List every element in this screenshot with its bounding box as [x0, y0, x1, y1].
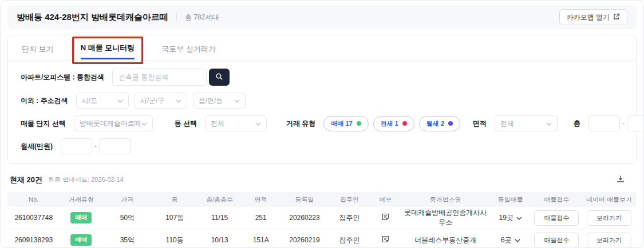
- filter-row-address-search: 이외 : 주소검색 시/도 시/군/구 읍/면/동: [21, 93, 623, 109]
- download-icon: [616, 177, 625, 185]
- floor-max-input[interactable]: [627, 115, 644, 131]
- red-dot-icon: [402, 121, 407, 126]
- sigungu-select-value: 시/군/구: [140, 96, 165, 106]
- naver-view-button[interactable]: 보러가기: [587, 233, 631, 248]
- naver-view-button[interactable]: 보러가기: [587, 210, 631, 226]
- col-header-no: No.: [7, 196, 60, 203]
- range-dash: -: [94, 142, 97, 150]
- trade-type-pill-jeonse[interactable]: 전세 1: [373, 116, 414, 131]
- tab-molit-prices[interactable]: 국토부 실거래가: [160, 35, 217, 60]
- last-updated-label: 최종 업데이트: 2026-02-14: [48, 175, 123, 184]
- cell-reg-date: 20260219: [279, 236, 329, 244]
- pill-label: 월세 2: [426, 119, 444, 128]
- col-header-reg-date: 등록일: [279, 195, 329, 204]
- trade-type-badge: 매매: [70, 234, 92, 246]
- annotation-red-box: N 매물 모니터링: [72, 37, 144, 64]
- header-divider: [176, 13, 177, 21]
- search-button[interactable]: [209, 69, 230, 86]
- cell-no: 2610037748: [7, 214, 60, 222]
- col-header-receipt: 매물접수: [532, 195, 582, 204]
- complex-select-label: 매물 단지 선택: [21, 119, 66, 129]
- cell-floor: 10/13: [197, 236, 242, 244]
- memo-button[interactable]: [380, 234, 391, 246]
- integrated-search-label: 아파트/오피스텔 : 통합검색: [21, 73, 104, 82]
- cell-dong: 110동: [152, 235, 197, 245]
- trade-type-badge: 매매: [70, 212, 92, 223]
- chevron-down-icon: [546, 119, 552, 127]
- memo-icon: [381, 214, 390, 223]
- cell-price: 50억: [102, 213, 152, 223]
- cell-reg-date: 20260223: [279, 214, 329, 222]
- results-header: 현재 20건 최종 업데이트: 2026-02-14: [7, 173, 637, 186]
- col-header-trade-type: 거래유형: [60, 195, 102, 204]
- cell-floor: 11/15: [197, 214, 242, 222]
- area-select-label: 면적: [473, 119, 487, 129]
- same-listing-toggle[interactable]: 19곳: [489, 213, 532, 223]
- memo-icon: [381, 237, 390, 245]
- cell-agency: 더블레스부동산중개: [402, 235, 489, 245]
- table-header-row: No. 거래유형 가격 동 층/총층수 면적 등록일 집주인 메모 중개업소명 …: [7, 192, 637, 207]
- area-select[interactable]: 전체: [495, 115, 558, 131]
- cell-owner: 집주인: [330, 213, 370, 223]
- cell-owner: 집주인: [330, 235, 370, 245]
- cell-price: 35억: [102, 235, 152, 245]
- page-header: 방배동 424-28번지 방배롯데캐슬아르떼 총 782세대 카카오맵 열기: [7, 5, 637, 29]
- chevron-down-icon: [117, 97, 123, 105]
- range-dash: -: [622, 119, 625, 127]
- same-listing-count: 6곳: [501, 235, 512, 245]
- page-title: 방배동 424-28번지 방배롯데캐슬아르떼: [17, 12, 168, 23]
- sido-select[interactable]: 시/도: [76, 93, 129, 109]
- col-header-same-listing: 동일매물: [489, 195, 532, 204]
- purple-dot-icon: [448, 121, 453, 126]
- trade-type-pill-maemae[interactable]: 매매 17: [323, 116, 368, 131]
- dong-select-label: 동 선택: [175, 119, 197, 129]
- monitoring-card: 단지 보기 N 매물 모니터링 국토부 실거래가 아파트/오피스텔 : 통합검색: [7, 35, 637, 164]
- filter-panel: 아파트/오피스텔 : 통합검색 이외 : 주소검색 시/도: [8, 61, 636, 163]
- pill-label: 전세 1: [381, 119, 398, 128]
- tab-complex-view[interactable]: 단지 보기: [21, 35, 55, 60]
- app-window: 방배동 424-28번지 방배롯데캐슬아르떼 총 782세대 카카오맵 열기 단…: [0, 0, 644, 248]
- sigungu-select[interactable]: 시/군/구: [135, 93, 187, 109]
- integrated-search-input[interactable]: [112, 69, 207, 86]
- tab-bar: 단지 보기 N 매물 모니터링 국토부 실거래가: [8, 35, 636, 61]
- total-units-label: 총 782세대: [185, 13, 219, 22]
- table-row: 2610037748 매매 50억 107동 11/15 251 2026022…: [7, 207, 637, 229]
- search-icon: [215, 73, 223, 82]
- listings-table: No. 거래유형 가격 동 층/총층수 면적 등록일 집주인 메모 중개업소명 …: [7, 192, 637, 248]
- complex-select-value: 방배롯데캐슬아르떼: [80, 119, 141, 129]
- receipt-button[interactable]: 매물접수: [534, 233, 579, 248]
- eupmyeondong-select[interactable]: 읍/면/동: [193, 93, 246, 109]
- chevron-down-icon: [234, 97, 240, 105]
- sido-select-value: 시/도: [82, 96, 97, 106]
- col-header-price: 가격: [102, 195, 152, 204]
- active-tab-underline: [81, 58, 135, 59]
- dong-select[interactable]: 전체: [205, 115, 267, 131]
- same-listing-toggle[interactable]: 6곳: [489, 235, 532, 245]
- monthly-rent-max-input[interactable]: [99, 138, 131, 154]
- col-header-naver: 네이버 매물보기: [582, 195, 637, 204]
- chevron-down-icon: [255, 119, 261, 127]
- complex-select[interactable]: 방배롯데캐슬아르떼: [74, 115, 153, 131]
- kakao-button-label: 카카오맵 열기: [567, 13, 610, 22]
- trade-type-pill-wolse[interactable]: 월세 2: [419, 116, 460, 131]
- download-button[interactable]: [615, 173, 626, 186]
- chevron-down-icon: [176, 97, 181, 105]
- filter-row-monthly-rent: 월세(만원) -: [21, 138, 623, 154]
- chevron-down-icon: [515, 236, 520, 244]
- monthly-rent-min-input[interactable]: [61, 138, 92, 154]
- floor-range-label: 층: [574, 119, 580, 129]
- floor-min-input[interactable]: [588, 115, 620, 131]
- col-header-agency: 중개업소명: [402, 195, 489, 204]
- tab-listing-monitor[interactable]: N 매물 모니터링: [81, 43, 135, 53]
- col-header-owner: 집주인: [330, 195, 370, 204]
- area-select-value: 전체: [500, 119, 514, 129]
- receipt-button[interactable]: 매물접수: [534, 210, 579, 226]
- open-kakaomap-button[interactable]: 카카오맵 열기: [559, 9, 627, 25]
- memo-button[interactable]: [380, 211, 391, 224]
- address-search-label: 이외 : 주소검색: [21, 96, 68, 106]
- cell-dong: 107동: [152, 213, 197, 223]
- filter-row-integrated-search: 아파트/오피스텔 : 통합검색: [21, 69, 623, 86]
- col-header-memo: 메모: [369, 195, 402, 204]
- cell-area: 151A: [242, 236, 279, 244]
- results-count: 현재 20건: [10, 175, 42, 185]
